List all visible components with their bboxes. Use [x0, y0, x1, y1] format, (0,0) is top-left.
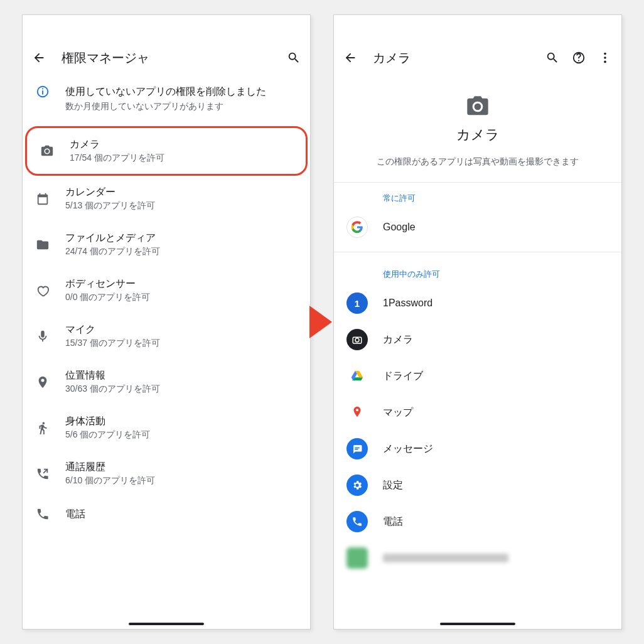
app-row-phone[interactable]: 電話 — [334, 503, 621, 540]
phone-left: 権限マネージャ 使用していないアプリの権限を削除しました 数か月使用していないア… — [22, 14, 311, 630]
perm-row-calendar[interactable]: カレンダー 5/13 個のアプリを許可 — [23, 176, 310, 222]
google-app-icon — [346, 217, 368, 238]
app-row-google[interactable]: Google — [334, 209, 621, 245]
phone-icon — [35, 507, 50, 522]
search-icon — [287, 51, 301, 65]
calllog-icon — [35, 466, 50, 481]
search-button[interactable] — [545, 50, 560, 65]
app-row-settings[interactable]: 設定 — [334, 467, 621, 503]
messages-app-icon — [346, 438, 368, 459]
maps-app-icon — [346, 402, 368, 423]
settings-app-icon — [346, 475, 368, 496]
phone-right: カメラ カメラ この権限があるアプリは写真や動画を撮影できます 常に許可 Goo… — [333, 14, 622, 630]
app-row-1password[interactable]: 1 1Password — [334, 285, 621, 321]
search-icon — [545, 51, 559, 65]
help-button[interactable] — [571, 50, 586, 65]
app-row-camera[interactable]: カメラ — [334, 321, 621, 358]
perm-label: カメラ — [70, 138, 164, 151]
calendar-icon — [35, 191, 50, 207]
svg-rect-1 — [42, 90, 43, 94]
permission-list: カメラ 17/54 個のアプリを許可 カレンダー 5/13 個のアプリを許可 フ… — [23, 126, 310, 532]
info-sub: 数か月使用していないアプリがあります — [65, 101, 266, 112]
app-label: Google — [383, 222, 416, 233]
arrow-back-icon — [32, 51, 46, 65]
svg-point-4 — [604, 53, 606, 55]
app-row-drive[interactable]: ドライブ — [334, 358, 621, 394]
running-icon — [35, 421, 50, 436]
nav-handle[interactable] — [440, 623, 515, 625]
app-row-messages[interactable]: メッセージ — [334, 431, 621, 467]
perm-row-bodysensors[interactable]: ボディセンサー 0/0 個のアプリを許可 — [23, 267, 310, 313]
perm-row-camera[interactable]: カメラ 17/54 個のアプリを許可 — [25, 126, 308, 176]
header: カメラ — [334, 40, 621, 75]
search-button[interactable] — [286, 50, 301, 65]
drive-app-icon — [346, 365, 368, 387]
camera-app-icon — [346, 329, 368, 350]
more-vert-icon — [598, 51, 612, 65]
mic-icon — [35, 329, 50, 344]
page-title: 権限マネージャ — [62, 50, 271, 67]
app-row-maps[interactable]: マップ — [334, 394, 621, 431]
svg-point-5 — [604, 56, 606, 59]
perm-row-activity[interactable]: 身体活動 5/6 個のアプリを許可 — [23, 405, 310, 451]
heart-icon — [35, 283, 50, 298]
back-button[interactable] — [343, 50, 358, 65]
help-icon — [572, 51, 586, 65]
hero-title: カメラ — [353, 126, 603, 144]
section-allowed-inuse: 使用中のみ許可 — [334, 259, 621, 285]
svg-point-9 — [356, 409, 358, 412]
info-icon — [35, 84, 50, 99]
header: 権限マネージャ — [23, 40, 310, 75]
more-button[interactable] — [598, 50, 613, 65]
blurred-app-label — [383, 554, 508, 562]
hero-section: カメラ この権限があるアプリは写真や動画を撮影できます — [334, 75, 621, 183]
svg-point-6 — [604, 61, 606, 63]
app-row-blurred[interactable] — [334, 540, 621, 576]
perm-row-calllog[interactable]: 通話履歴 6/10 個のアプリを許可 — [23, 451, 310, 496]
svg-rect-10 — [355, 448, 360, 449]
section-allowed-always: 常に許可 — [334, 183, 621, 209]
folder-icon — [35, 237, 50, 252]
info-title: 使用していないアプリの権限を削除しました — [65, 84, 266, 99]
camera-icon — [40, 144, 55, 159]
perm-row-mic[interactable]: マイク 15/37 個のアプリを許可 — [23, 313, 310, 359]
location-icon — [35, 375, 50, 390]
camera-hero-icon — [465, 94, 490, 119]
perm-row-files[interactable]: ファイルとメディア 24/74 個のアプリを許可 — [23, 222, 310, 267]
transition-arrow-icon — [309, 306, 332, 338]
1password-app-icon: 1 — [346, 292, 368, 314]
perm-row-phone[interactable]: 電話 — [23, 496, 310, 532]
info-row[interactable]: 使用していないアプリの権限を削除しました 数か月使用していないアプリがあります — [23, 75, 310, 126]
divider — [334, 252, 621, 252]
perm-sub: 17/54 個のアプリを許可 — [70, 153, 164, 164]
blurred-app-icon — [346, 547, 368, 569]
nav-handle[interactable] — [129, 623, 204, 625]
svg-rect-11 — [355, 449, 358, 450]
phone-app-icon — [346, 511, 368, 532]
svg-rect-2 — [42, 89, 43, 90]
page-title: カメラ — [373, 50, 530, 67]
back-button[interactable] — [31, 50, 46, 65]
arrow-back-icon — [343, 51, 357, 65]
perm-row-location[interactable]: 位置情報 30/63 個のアプリを許可 — [23, 359, 310, 405]
hero-desc: この権限があるアプリは写真や動画を撮影できます — [353, 154, 603, 168]
